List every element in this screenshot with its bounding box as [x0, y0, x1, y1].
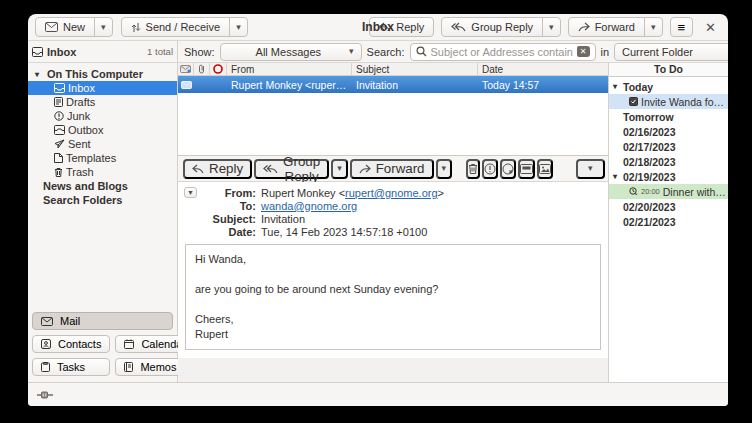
- picture-icon: [539, 164, 551, 174]
- load-remote-content-button[interactable]: [537, 159, 553, 179]
- sidebar-item-news-and-blogs[interactable]: News and Blogs: [28, 179, 177, 193]
- menu-button[interactable]: ≡: [670, 17, 694, 37]
- search-icon: [416, 46, 427, 57]
- body-line: Hi Wanda,: [195, 252, 591, 267]
- body-line: [195, 267, 591, 282]
- send-receive-dropdown-button[interactable]: ▾: [229, 17, 248, 37]
- message-view: ▼ From: Rupert Monkey <rupert@gnome.org>…: [178, 182, 608, 358]
- column-date[interactable]: Date: [478, 63, 608, 75]
- date-value: Tue, 14 Feb 2023 14:57:18 +0100: [261, 226, 602, 238]
- todo-group-date[interactable]: 02/20/2023: [609, 199, 728, 214]
- todo-group-date[interactable]: 02/16/2023: [609, 124, 728, 139]
- sidebar-item-drafts[interactable]: Drafts: [28, 95, 177, 109]
- sidebar-item-templates[interactable]: Templates: [28, 151, 177, 165]
- group-reply-button[interactable]: Group Reply: [441, 17, 543, 37]
- sidebar-item-outbox[interactable]: Outbox: [28, 123, 177, 137]
- column-subject[interactable]: Subject: [352, 63, 478, 75]
- envelope-status-icon: [180, 65, 191, 73]
- column-label: From: [231, 64, 254, 75]
- switcher-contacts-button[interactable]: Contacts: [32, 335, 110, 353]
- clear-search-icon[interactable]: ✕: [577, 46, 590, 57]
- folder-label: Drafts: [66, 96, 95, 108]
- todo-list: ▾Today Invite Wanda for din… Tomorrow 02…: [609, 77, 728, 382]
- todo-event-item[interactable]: 20:00 Dinner with Wa…: [609, 184, 728, 199]
- evolution-window: New ▾ Send / Receive ▾ Inbox Reply: [28, 14, 728, 406]
- todo-group-date[interactable]: 02/17/2023: [609, 139, 728, 154]
- reply-button[interactable]: Reply: [369, 17, 434, 37]
- show-filter-value: All Messages: [256, 46, 321, 58]
- tasks-icon: [41, 362, 50, 372]
- message-row-selected[interactable]: Rupert Monkey <rupert@gno... Invitation …: [178, 76, 608, 93]
- sidebar-item-junk[interactable]: Junk: [28, 109, 177, 123]
- forward-dropdown-button[interactable]: ▾: [644, 17, 663, 37]
- column-junk[interactable]: [210, 63, 227, 75]
- online-status-icon[interactable]: [37, 391, 53, 399]
- message-list-empty-area: [178, 93, 608, 155]
- sidebar-item-inbox[interactable]: Inbox: [28, 81, 177, 95]
- forward-button[interactable]: Forward: [568, 17, 645, 37]
- todo-group-tomorrow[interactable]: Tomorrow: [609, 109, 728, 124]
- switcher-label: Contacts: [58, 338, 101, 350]
- tree-item-label: News and Blogs: [43, 180, 128, 192]
- paperclip-icon: [198, 64, 205, 74]
- chevron-down-icon: ▾: [588, 164, 593, 173]
- send-receive-button[interactable]: Send / Receive: [121, 17, 231, 37]
- body-line: [195, 297, 591, 312]
- preview-group-reply-button[interactable]: Group Reply: [254, 159, 329, 179]
- not-junk-icon: [502, 163, 514, 175]
- to-label: To:: [200, 200, 256, 212]
- to-email-link[interactable]: wanda@gnome.org: [261, 200, 357, 212]
- switcher-tasks-button[interactable]: Tasks: [32, 358, 110, 376]
- column-status[interactable]: [178, 63, 194, 75]
- chevron-down-icon: ▾: [442, 164, 447, 173]
- folder-label: Sent: [68, 138, 91, 150]
- new-dropdown-button[interactable]: ▾: [94, 17, 113, 37]
- mark-not-junk-button[interactable]: [500, 159, 516, 179]
- to-value: wanda@gnome.org: [261, 200, 602, 212]
- column-attachment[interactable]: [194, 63, 210, 75]
- sidebar-item-search-folders[interactable]: Search Folders: [28, 193, 177, 207]
- todo-group-date[interactable]: 02/21/2023: [609, 214, 728, 229]
- search-scope-dropdown[interactable]: Current Folder ▾: [614, 43, 728, 61]
- chevron-down-icon: ▾: [236, 23, 241, 32]
- sidebar-item-sent[interactable]: Sent: [28, 137, 177, 151]
- from-email-link[interactable]: rupert@gnome.org: [345, 187, 438, 199]
- filter-controls: Show: All Messages ▾ Search: ✕ in Curren…: [178, 41, 728, 62]
- switcher-mail-button[interactable]: Mail: [32, 312, 173, 330]
- todo-group-date-expanded[interactable]: ▾02/19/2023: [609, 169, 728, 184]
- new-button-label: New: [63, 21, 85, 33]
- show-filter-dropdown[interactable]: All Messages ▾: [220, 43, 362, 61]
- preview-pane: Reply Group Reply ▾ Forward: [178, 155, 608, 382]
- tree-root-on-this-computer[interactable]: ▾ On This Computer: [28, 67, 177, 81]
- group-reply-icon: [263, 164, 278, 174]
- todo-group-today[interactable]: ▾Today: [609, 79, 728, 94]
- collapse-headers-button[interactable]: ▼: [184, 187, 197, 198]
- expander-icon[interactable]: ▾: [35, 70, 43, 79]
- group-reply-dropdown-button[interactable]: ▾: [542, 17, 561, 37]
- message-date: Today 14:57: [478, 79, 608, 91]
- current-folder-name: Inbox: [47, 46, 76, 58]
- expander-icon[interactable]: ▾: [613, 172, 617, 181]
- preview-group-reply-dropdown[interactable]: ▾: [331, 159, 348, 179]
- templates-icon: [54, 153, 63, 163]
- forward-label: Forward: [595, 21, 635, 33]
- delete-message-button[interactable]: [466, 159, 480, 179]
- preview-reply-button[interactable]: Reply: [183, 159, 252, 179]
- column-from[interactable]: From: [227, 63, 352, 75]
- send-receive-label: Send / Receive: [146, 21, 221, 33]
- todo-group-date[interactable]: 02/18/2023: [609, 154, 728, 169]
- archive-button[interactable]: [518, 159, 535, 179]
- preview-forward-dropdown[interactable]: ▾: [436, 159, 453, 179]
- junk-icon: [54, 111, 64, 121]
- expander-icon[interactable]: ▾: [613, 82, 617, 91]
- preview-forward-button[interactable]: Forward: [350, 159, 434, 179]
- close-window-button[interactable]: ✕: [700, 19, 721, 36]
- message-subject: Invitation: [352, 79, 478, 91]
- search-input[interactable]: [431, 46, 573, 58]
- search-box[interactable]: ✕: [410, 43, 596, 61]
- sidebar-item-trash[interactable]: Trash: [28, 165, 177, 179]
- todo-task-item[interactable]: Invite Wanda for din…: [609, 94, 728, 109]
- new-button[interactable]: New: [35, 17, 95, 37]
- mark-junk-button[interactable]: [482, 159, 498, 179]
- preview-overflow-dropdown[interactable]: ▾: [576, 159, 605, 179]
